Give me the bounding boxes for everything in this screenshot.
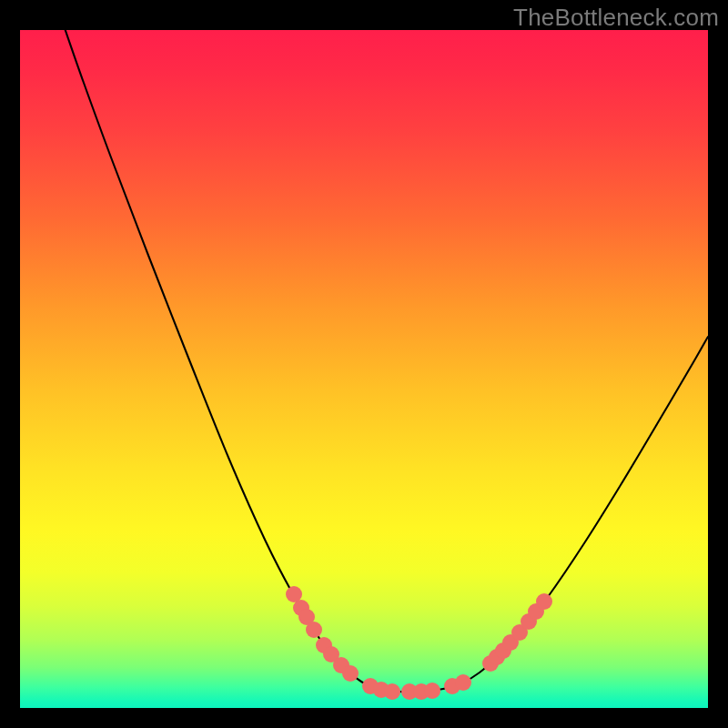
- data-dot: [536, 593, 552, 610]
- data-dot: [384, 683, 400, 700]
- data-dot: [306, 622, 322, 638]
- curve-svg: [20, 30, 708, 708]
- data-dot: [455, 674, 471, 691]
- data-dot: [424, 682, 440, 699]
- watermark-text: TheBottleneck.com: [513, 4, 719, 32]
- plot-area: [20, 30, 708, 708]
- data-dot: [342, 665, 359, 682]
- bottleneck-curve: [64, 30, 708, 692]
- chart-frame: TheBottleneck.com: [0, 0, 728, 728]
- data-dots-group: [286, 586, 552, 700]
